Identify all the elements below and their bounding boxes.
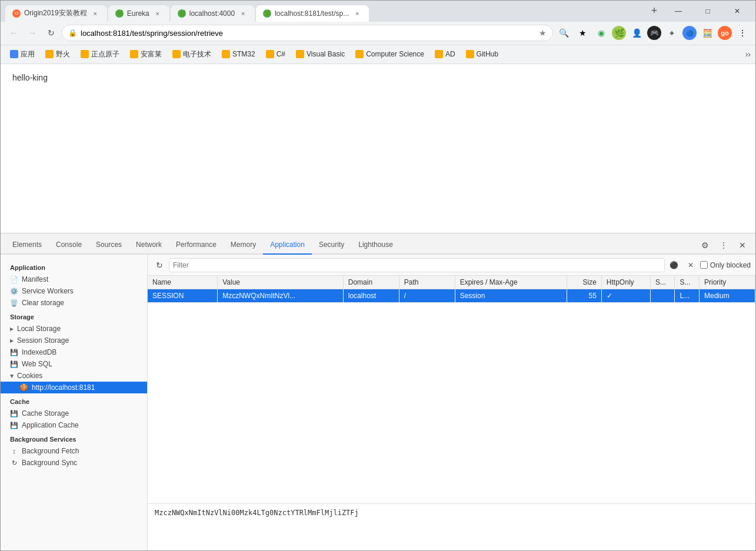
- sidebar-item-label: Manifest: [22, 275, 48, 283]
- extensions-icon[interactable]: 🌿: [612, 26, 626, 40]
- devtools-icons: ⚙ ⋮ ✕: [697, 237, 751, 253]
- sidebar-item-icon: 💾: [10, 360, 18, 368]
- table-header-path[interactable]: Path: [399, 276, 455, 289]
- forward-button[interactable]: →: [24, 25, 41, 41]
- menu-icon[interactable]: ⋮: [734, 25, 751, 41]
- sidebar-item-icon: 💾: [10, 409, 18, 418]
- table-header-size[interactable]: Size: [567, 276, 601, 289]
- reload-button[interactable]: ↻: [43, 25, 59, 41]
- table-header-value[interactable]: Value: [218, 276, 344, 289]
- only-blocked-label[interactable]: Only blocked: [700, 261, 751, 269]
- tab-close-button[interactable]: ×: [153, 9, 162, 18]
- sidebar-item-icon: 💾: [10, 421, 18, 429]
- sidebar-item-application-cache[interactable]: 💾Application Cache: [1, 419, 147, 431]
- close-button[interactable]: ✕: [724, 2, 751, 20]
- browser-tab-tab1[interactable]: OOrigin2019安装教程×: [5, 5, 107, 22]
- devtools-close-icon[interactable]: ✕: [734, 237, 751, 253]
- url-input[interactable]: localhost:8181/test/spring/session/retri…: [81, 29, 535, 38]
- browser-tab-tab3[interactable]: 🌿localhost:4000×: [171, 5, 255, 22]
- puzzle-icon[interactable]: 🧮: [699, 25, 715, 41]
- bookmark-item-4[interactable]: 电子技术: [168, 47, 216, 61]
- new-tab-button[interactable]: +: [646, 3, 662, 19]
- account-avatar[interactable]: go: [718, 26, 732, 40]
- star-icon[interactable]: ★: [574, 25, 591, 41]
- devtools-tab-sources[interactable]: Sources: [89, 236, 129, 255]
- devtools-tab-memory[interactable]: Memory: [224, 236, 263, 255]
- devtools-tab-elements[interactable]: Elements: [5, 236, 49, 255]
- bookmark-label: GitHub: [477, 50, 498, 58]
- sidebar-item-cookies-localhost[interactable]: 🍪http://localhost:8181: [1, 382, 147, 393]
- shield-icon[interactable]: ◉: [593, 25, 610, 41]
- sidebar-item-cache-storage[interactable]: 💾Cache Storage: [1, 408, 147, 419]
- wifi-icon[interactable]: ⌖: [664, 25, 680, 41]
- toolbar: ← → ↻ 🔒 localhost:8181/test/spring/sessi…: [1, 22, 755, 45]
- sidebar-section-background services: Background Services: [1, 431, 147, 445]
- sidebar-item-clear-storage[interactable]: 🗑️Clear storage: [1, 297, 147, 309]
- sidebar-item-background-fetch[interactable]: ↕Background Fetch: [1, 445, 147, 457]
- sidebar-item-indexeddb[interactable]: 💾IndexedDB: [1, 346, 147, 358]
- sidebar-item-manifest[interactable]: 📄Manifest: [1, 273, 147, 285]
- browser-tab-tab4[interactable]: 🌿localhost:8181/test/sp...×: [256, 5, 369, 22]
- table-header-domain[interactable]: Domain: [343, 276, 399, 289]
- bookmark-item-5[interactable]: STM32: [217, 47, 260, 61]
- devtools-tab-security[interactable]: Security: [312, 236, 351, 255]
- table-header-s1[interactable]: S...: [650, 276, 675, 289]
- table-header-httponly[interactable]: HttpOnly: [601, 276, 650, 289]
- devtools-tab-console[interactable]: Console: [49, 236, 89, 255]
- tab-close-button[interactable]: ×: [238, 9, 248, 18]
- table-header-name[interactable]: Name: [148, 276, 218, 289]
- vpn-icon[interactable]: 🔵: [682, 26, 697, 40]
- sidebar-item-cookies[interactable]: ▶Cookies: [1, 370, 147, 382]
- bookmark-item-0[interactable]: 应用: [5, 47, 39, 61]
- sidebar-item-background-sync[interactable]: ↻Background Sync: [1, 457, 147, 469]
- table-cell-domain: localhost: [343, 289, 399, 303]
- filter-refresh-button[interactable]: ↻: [152, 258, 166, 272]
- bookmark-item-3[interactable]: 安富莱: [125, 47, 166, 61]
- bookmark-label: Computer Science: [366, 50, 424, 58]
- browser-tab-tab2[interactable]: 🌿Eureka×: [108, 5, 169, 22]
- devtools-body: Application📄Manifest⚙️Service Workers🗑️C…: [1, 255, 755, 550]
- bookmark-item-2[interactable]: 正点原子: [76, 47, 124, 61]
- sidebar-item-icon: ⚙️: [10, 287, 18, 295]
- table-header-s2[interactable]: S...: [675, 276, 700, 289]
- tab-favicon: O: [12, 9, 21, 18]
- devtools-settings-icon[interactable]: ⚙: [697, 237, 713, 253]
- tab-close-button[interactable]: ×: [352, 9, 362, 18]
- sidebar-item-session-storage[interactable]: ▶Session Storage: [1, 335, 147, 346]
- bookmark-icon: [81, 50, 89, 58]
- bookmark-item-6[interactable]: C#: [261, 47, 290, 61]
- sidebar-item-service-workers[interactable]: ⚙️Service Workers: [1, 285, 147, 297]
- bookmark-item-8[interactable]: Computer Science: [351, 47, 429, 61]
- table-cell-path: /: [399, 289, 455, 303]
- more-bookmarks-button[interactable]: ››: [745, 49, 751, 59]
- devtools-tab-application[interactable]: Application: [263, 236, 312, 255]
- bookmark-item-1[interactable]: 野火: [41, 47, 75, 61]
- game-icon[interactable]: 🎮: [647, 26, 661, 40]
- table-cell-httponly: ✓: [601, 289, 650, 303]
- tab-close-button[interactable]: ×: [91, 9, 100, 18]
- bookmark-star-icon[interactable]: ★: [539, 28, 547, 38]
- filter-clear-icon[interactable]: ✕: [684, 258, 698, 272]
- sidebar-item-web-sql[interactable]: 💾Web SQL: [1, 358, 147, 370]
- devtools-tab-lighthouse[interactable]: Lighthouse: [351, 236, 400, 255]
- search-icon[interactable]: 🔍: [555, 25, 572, 41]
- sidebar-item-icon: 📄: [10, 275, 18, 283]
- table-header-expires[interactable]: Expires / Max-Age: [455, 276, 567, 289]
- minimize-button[interactable]: —: [665, 2, 692, 20]
- bookmark-item-9[interactable]: AD: [430, 47, 460, 61]
- filter-input[interactable]: [173, 261, 661, 269]
- devtools-more-icon[interactable]: ⋮: [715, 237, 732, 253]
- filter-block-icon[interactable]: ⚫: [667, 258, 681, 272]
- maximize-button[interactable]: □: [694, 2, 721, 20]
- back-button[interactable]: ←: [5, 25, 22, 41]
- sidebar-item-label: IndexedDB: [22, 348, 56, 356]
- table-row[interactable]: SESSIONMzczNWQxNmItNzVl...localhost/Sess…: [148, 289, 755, 303]
- profile-icon[interactable]: 👤: [628, 25, 645, 41]
- only-blocked-checkbox[interactable]: [700, 261, 708, 269]
- bookmark-item-10[interactable]: GitHub: [461, 47, 503, 61]
- sidebar-item-local-storage[interactable]: ▶Local Storage: [1, 323, 147, 335]
- devtools-tab-performance[interactable]: Performance: [169, 236, 224, 255]
- devtools-tab-network[interactable]: Network: [129, 236, 169, 255]
- table-header-priority[interactable]: Priority: [700, 276, 755, 289]
- bookmark-item-7[interactable]: Visual Basic: [291, 47, 349, 61]
